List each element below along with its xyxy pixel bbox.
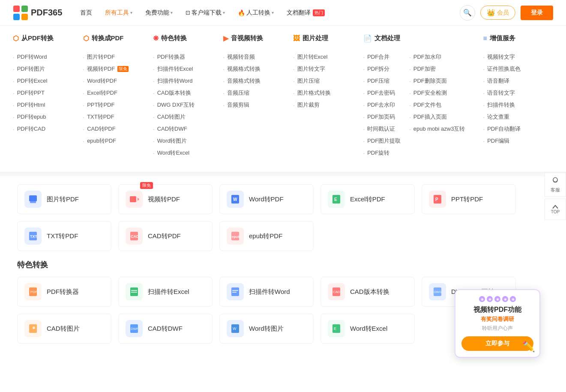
item-pdf-excel[interactable]: PDF转Excel	[13, 75, 83, 87]
nav-all-tools[interactable]: 所有工具 ▾	[100, 6, 138, 19]
video-pdf-icon	[126, 191, 143, 208]
item-pdf-word[interactable]: PDF转Word	[13, 51, 83, 63]
card-pdf-converter[interactable]: PDF PDF转换器	[17, 277, 111, 307]
item-paper-check[interactable]: 论文查重	[483, 111, 554, 123]
customer-service-button[interactable]: 客服	[545, 172, 566, 197]
card-scan-word[interactable]: 扫描件转Word	[219, 277, 314, 307]
card-word-excel[interactable]: E Word转Excel	[320, 314, 415, 344]
item-dwg-dxf[interactable]: DWG DXF互转	[153, 99, 223, 111]
card-epub-pdf[interactable]: epub epub转PDF	[219, 221, 314, 251]
item-pdf-ppt[interactable]: PDF转PPT	[13, 87, 83, 99]
item-word-pdf[interactable]: Word转PDF	[83, 75, 153, 87]
item-epub-pdf[interactable]: epub转PDF	[83, 135, 153, 147]
item-ppt-pdf[interactable]: PPT转PDF	[83, 99, 153, 111]
item-pdf-imgextract[interactable]: PDF图片提取	[363, 135, 401, 147]
item-word-img[interactable]: Word转图片	[153, 135, 223, 147]
item-scan-word[interactable]: 扫描件转Word	[153, 75, 223, 87]
item-voice-translate[interactable]: 语音翻译	[483, 75, 554, 87]
item-pdf-img[interactable]: PDF转图片	[13, 63, 83, 75]
item-cad-ver[interactable]: CAD版本转换	[153, 87, 223, 99]
item-scan-convert[interactable]: 扫描件转换	[483, 99, 554, 111]
svg-rect-0	[13, 6, 20, 12]
nav-free[interactable]: 免费功能 ▾	[140, 6, 178, 19]
item-img-pdf[interactable]: 图片转PDF	[83, 51, 153, 63]
item-audio-fmt[interactable]: 音频格式转换	[223, 75, 293, 87]
svg-point-33	[33, 326, 35, 329]
header-right: 🔍 👑 会员 登录	[460, 5, 553, 21]
from-pdf-icon: ⬡	[13, 34, 19, 42]
nav-home[interactable]: 首页	[75, 6, 97, 19]
item-pdf-html[interactable]: PDF转Html	[13, 99, 83, 111]
chevron-down-icon: ▾	[223, 10, 225, 15]
item-pdf-pack[interactable]: PDF文件包	[409, 99, 465, 111]
item-pdf-edit[interactable]: PDF编辑	[483, 135, 554, 147]
logo-icon	[13, 5, 28, 21]
item-audio-compress[interactable]: 音频压缩	[223, 87, 293, 99]
item-audio-cut[interactable]: 音频剪辑	[223, 99, 293, 111]
item-cad-dwf[interactable]: CAD转DWF	[153, 123, 223, 135]
item-pdf-epub[interactable]: PDF转epub	[13, 111, 83, 123]
item-word-excel[interactable]: Word转Excel	[153, 147, 223, 159]
item-video-pdf[interactable]: 视频转PDF 限免	[83, 63, 153, 75]
item-pdf-rotate[interactable]: PDF旋转	[363, 147, 401, 159]
item-pdf-dewatermark[interactable]: PDF去水印	[363, 99, 401, 111]
img-pdf-icon	[24, 191, 42, 208]
card-video-pdf[interactable]: 视频转PDF 限免	[118, 184, 213, 214]
download-icon: ⊡	[186, 9, 190, 16]
nav-translate[interactable]: 文档翻译 热门	[282, 6, 330, 19]
item-cad-pdf2[interactable]: CAD转PDF	[83, 123, 153, 135]
card-cad-dwf[interactable]: DWF CAD转DWF	[118, 314, 213, 344]
item-video-fmt[interactable]: 视频格式转换	[223, 63, 293, 75]
item-scan-excel[interactable]: 扫描件转Excel	[153, 63, 223, 75]
item-img-compress[interactable]: 图片压缩	[293, 75, 363, 87]
item-pdf-insertpage[interactable]: PDF插入页面	[409, 111, 465, 123]
nav-human[interactable]: 🔥 人工转换 ▾	[233, 6, 279, 19]
item-pdf-watermark[interactable]: PDF加水印	[409, 51, 465, 63]
item-img-crop[interactable]: 图片裁剪	[293, 99, 363, 111]
back-to-top-button[interactable]: TOP	[545, 198, 566, 220]
item-cad-img[interactable]: CAD转图片	[153, 111, 223, 123]
card-cad-pdf[interactable]: CAD CAD转PDF	[118, 221, 213, 251]
item-img-text[interactable]: 图片转文字	[293, 63, 363, 75]
card-word-img[interactable]: W Word转图片	[219, 314, 314, 344]
img-icon: 🖼	[293, 35, 300, 42]
item-img-excel[interactable]: 图片转Excel	[293, 51, 363, 63]
item-txt-pdf[interactable]: TXT转PDF	[83, 111, 153, 123]
item-pdf-delpage[interactable]: PDF删除页面	[409, 75, 465, 87]
item-pdf-security[interactable]: PDF安全检测	[409, 87, 465, 99]
item-pdf-cad[interactable]: PDF转CAD	[13, 123, 83, 135]
nav-download[interactable]: ⊡ 客户端下载 ▾	[180, 6, 230, 19]
item-pdf-merge[interactable]: PDF合并	[363, 51, 401, 63]
card-cad-ver[interactable]: CAD CAD版本转换	[320, 277, 415, 307]
item-timestamp[interactable]: 时间戳认证	[363, 123, 401, 135]
card-txt-pdf[interactable]: TXT TXT转PDF	[17, 221, 111, 251]
card-cad-img[interactable]: CAD转图片	[17, 314, 111, 344]
item-pdf-pagenum[interactable]: PDF加页码	[363, 111, 401, 123]
card-ppt-pdf[interactable]: P PPT转PDF	[422, 184, 516, 214]
item-excel-pdf[interactable]: Excel转PDF	[83, 87, 153, 99]
item-pdf-encrypt[interactable]: PDF加密	[409, 63, 465, 75]
dropdown-grid: ⬡ 从PDF转换 PDF转Word PDF转图片 PDF转Excel PDF转P…	[13, 34, 553, 159]
item-id-photo[interactable]: 证件照换底色	[483, 63, 554, 75]
item-pdf-split[interactable]: PDF拆分	[363, 63, 401, 75]
card-excel-pdf[interactable]: E Excel转PDF	[320, 184, 415, 214]
item-video-text[interactable]: 视频转文字	[483, 51, 554, 63]
item-pdf-converter[interactable]: PDF转换器	[153, 51, 223, 63]
item-video-audio[interactable]: 视频转音频	[223, 51, 293, 63]
login-button[interactable]: 登录	[521, 6, 553, 20]
item-img-fmt[interactable]: 图片格式转换	[293, 87, 363, 99]
card-img-pdf[interactable]: 图片转PDF	[17, 184, 111, 214]
search-button[interactable]: 🔍	[460, 5, 475, 21]
item-voice-text[interactable]: 语音转文字	[483, 87, 554, 99]
special-section-title: 特色转换	[17, 260, 549, 270]
item-pdf-auto-translate[interactable]: PDF自动翻译	[483, 123, 554, 135]
card-scan-excel[interactable]: 扫描件转Excel	[118, 277, 213, 307]
card-word-pdf[interactable]: W Word转PDF	[219, 184, 314, 214]
member-button[interactable]: 👑 会员	[480, 6, 515, 20]
logo[interactable]: PDF365	[13, 5, 62, 21]
item-pdf-decrypt[interactable]: PDF去密码	[363, 87, 401, 99]
svg-rect-24	[131, 292, 137, 293]
crown-icon: 👑	[487, 9, 495, 17]
item-pdf-compress[interactable]: PDF压缩	[363, 75, 401, 87]
item-epub-mobi[interactable]: epub mobi azw3互转	[409, 123, 465, 135]
